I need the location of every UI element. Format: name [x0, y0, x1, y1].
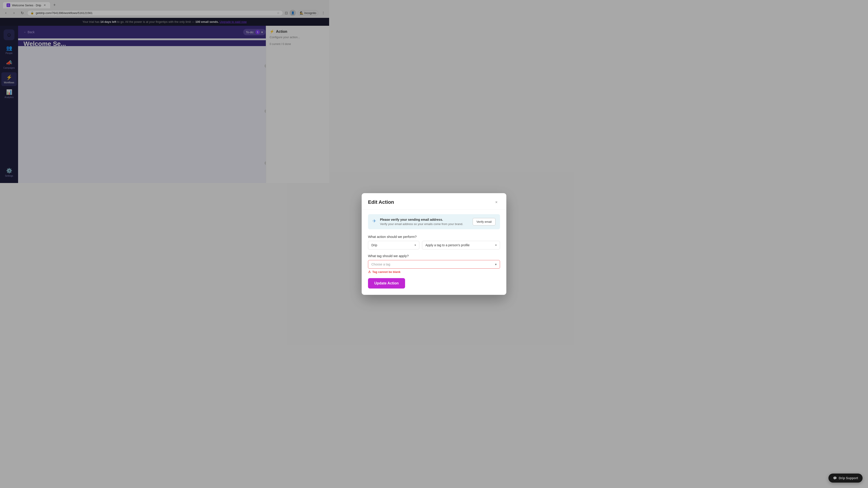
modal-overlay: Edit Action × ✈ Please verify your sendi… — [0, 0, 329, 184]
